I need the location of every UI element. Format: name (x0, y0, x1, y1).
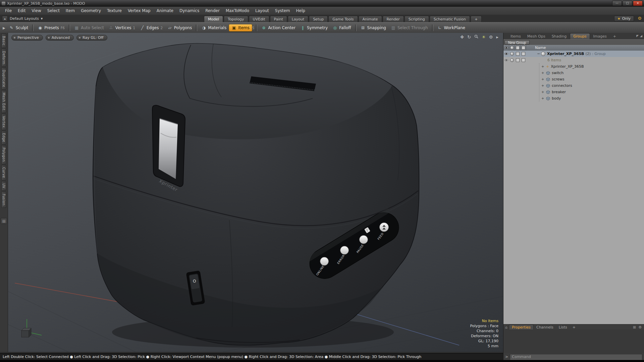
layout-tab-game-tools[interactable]: Game Tools (328, 16, 358, 22)
sidebar-tab-basic[interactable]: Basic (1, 34, 6, 48)
edges-mode-button[interactable]: ╱ Edges 2 (138, 24, 165, 31)
row-toggle-1[interactable] (515, 57, 521, 63)
default-layouts-button[interactable]: ▲ Default Layouts ▾ (2, 16, 43, 21)
symmetry-button[interactable]: ∥ Symmetry (298, 24, 330, 31)
sidebar-tab-duplicate[interactable]: Duplicate (1, 67, 6, 89)
sidebar-tab-uv[interactable]: UV (1, 181, 6, 191)
tree-item-row[interactable]: + switch (503, 70, 644, 76)
row-toggle-2[interactable] (521, 51, 526, 57)
row-toggle-2[interactable] (521, 57, 526, 63)
row-eye-icon[interactable] (503, 57, 509, 63)
menu-item-system[interactable]: System (272, 7, 293, 14)
pan-icon[interactable]: ✥ (460, 35, 464, 40)
menu-item-help[interactable]: Help (293, 7, 308, 14)
layout-tab-animate[interactable]: Animate (359, 16, 382, 22)
tab-properties[interactable]: Properties (509, 324, 534, 330)
polygons-mode-button[interactable]: ▱ Polygons (165, 24, 194, 31)
tab-lists[interactable]: Lists (556, 325, 570, 330)
expand-icon[interactable]: + (541, 71, 545, 75)
menu-item-dynamics[interactable]: Dynamics (176, 7, 202, 14)
tab-add[interactable]: + (610, 34, 619, 39)
name-column-header[interactable]: Name (535, 46, 546, 50)
panel-corner-icon-a[interactable]: ◤ (636, 34, 639, 38)
sidebar-tab-mesh-edit[interactable]: Mesh Edit (1, 90, 6, 113)
select-through-button[interactable]: ▥ Select Through (388, 24, 430, 31)
menu-item-select[interactable]: Select (44, 7, 63, 14)
rotate-icon[interactable]: ↻ (467, 35, 471, 40)
layout-tab-setup[interactable]: Setup (309, 16, 328, 22)
sidebar-tab-curve[interactable]: Curve (1, 165, 6, 180)
tree-item-row[interactable]: + screws (503, 76, 644, 82)
sidebar-tab-deform[interactable]: Deform (1, 49, 6, 67)
row-toggle-1[interactable] (515, 51, 521, 57)
zoom-icon[interactable] (474, 35, 478, 40)
maximize-button[interactable]: □ (623, 1, 632, 6)
tab-channels[interactable]: Channels (534, 325, 556, 330)
viewport-3d[interactable]: Xprinter ONLINE ERROR PAUSE FEED O (8, 33, 503, 352)
expand-icon[interactable]: + (541, 90, 545, 94)
tab-shading[interactable]: Shading (549, 34, 570, 39)
menu-item-animate[interactable]: Animate (154, 7, 176, 14)
properties-gear-icon[interactable]: ⚙ (638, 325, 642, 329)
shading-icon[interactable]: ☀ (482, 35, 486, 40)
layout-tab-model[interactable]: Model (204, 16, 223, 22)
sidebar-tab-polygon[interactable]: Polygon (1, 145, 6, 164)
only-toggle-button[interactable]: ★ Only (614, 16, 634, 21)
items-mode-button[interactable]: ▣ Items (229, 24, 252, 32)
expand-icon[interactable]: + (541, 65, 545, 68)
viewport-tab-raygl[interactable]: Ray GL: Off (76, 35, 107, 41)
tab-mesh-ops[interactable]: Mesh Ops (524, 34, 548, 39)
auto-select-button[interactable]: ▦ Auto Select (72, 24, 106, 31)
row-eye-icon[interactable] (503, 51, 509, 57)
lock-column-icon[interactable] (515, 45, 521, 51)
falloff-button[interactable]: ◎ Falloff (330, 24, 353, 31)
tree-item-row[interactable]: + breaker (503, 89, 644, 95)
layout-tab-render[interactable]: Render (383, 16, 404, 22)
materials-mode-button[interactable]: ◑ Materials (199, 24, 229, 31)
layout-tab-paint[interactable]: Paint (270, 16, 287, 22)
collapse-icon[interactable]: − (537, 52, 541, 56)
row-render-ball-icon[interactable] (509, 51, 515, 57)
tab-images[interactable]: Images (590, 34, 610, 39)
group-row[interactable]: − Xprinter_XP_365B (2) : Group (503, 51, 644, 57)
menu-item-texture[interactable]: Texture (104, 7, 125, 14)
menu-item-view[interactable]: View (29, 7, 44, 14)
sidebar-tab-edge[interactable]: Edge (1, 131, 6, 144)
layout-up-icon[interactable]: ▲ (2, 16, 8, 21)
expand-icon[interactable]: + (541, 84, 545, 87)
menu-item-geometry[interactable]: Geometry (78, 7, 104, 14)
layout-tab-layout[interactable]: Layout (288, 16, 308, 22)
filter-column-icon[interactable] (521, 45, 526, 51)
home-icon[interactable]: ⌂ (505, 325, 507, 329)
layout-tab-scripting[interactable]: Scripting (405, 16, 429, 22)
visibility-column-eye-icon[interactable] (503, 45, 509, 51)
layout-tab-schematic-fusion[interactable]: Schematic Fusion (430, 16, 470, 22)
tab-bottom-add[interactable]: + (570, 325, 578, 330)
close-button[interactable]: × (633, 1, 643, 6)
viewport-tab-perspective[interactable]: Perspective (11, 35, 43, 41)
menu-item-vertex-map[interactable]: Vertex Map (125, 7, 154, 14)
layout-gear-icon[interactable]: ⚙ (638, 16, 642, 21)
minimize-button[interactable]: — (612, 1, 622, 6)
new-group-button[interactable]: New Group (504, 40, 530, 45)
tree-item-row[interactable]: + body (503, 95, 644, 102)
presets-button[interactable]: ◉ Presets F6 (35, 24, 67, 31)
menu-item-item[interactable]: Item (63, 7, 78, 14)
vertices-mode-button[interactable]: ∴ Vertices 1 (106, 24, 138, 31)
menu-item-maxtomodo[interactable]: MaxToModo (223, 7, 252, 14)
sidebar-tab-vertex[interactable]: Vertex (1, 114, 6, 130)
layout-tab-uvedit[interactable]: UVEdit (249, 16, 269, 22)
expand-icon[interactable]: + (541, 77, 545, 81)
clipboard-icon[interactable]: ▤ (1, 218, 7, 224)
viewport-gear-icon[interactable]: ⚙ (489, 35, 493, 40)
grid-icon[interactable]: ⊞ (633, 325, 636, 329)
layout-tab-add[interactable]: + (471, 16, 482, 22)
action-center-button[interactable]: ⊕ Action Center (259, 24, 298, 31)
tree-item-row[interactable]: + connectors (503, 82, 644, 89)
items-summary-row[interactable]: 6 Items (503, 57, 644, 63)
panel-corner-icon-b[interactable]: ◢ (640, 34, 642, 38)
tab-items[interactable]: Items (507, 34, 524, 39)
snapping-button[interactable]: ⊞ Snapping (358, 24, 388, 31)
layout-tab-topology[interactable]: Topology (224, 16, 248, 22)
menu-item-render[interactable]: Render (202, 7, 223, 14)
